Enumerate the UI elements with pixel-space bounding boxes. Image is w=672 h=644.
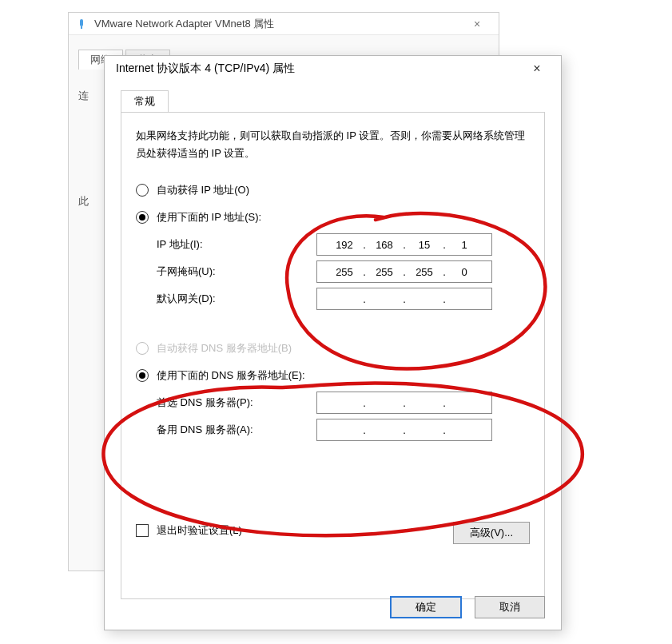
radio-use-dns-manual[interactable]: [136, 369, 149, 382]
front-close-button[interactable]: ×: [521, 62, 553, 76]
input-alternate-dns[interactable]: . . .: [316, 419, 492, 441]
front-titlebar: Internet 协议版本 4 (TCP/IPv4) 属性 ×: [105, 56, 561, 81]
mask-octet-4[interactable]: 0: [447, 266, 481, 278]
back-close-button[interactable]: ×: [462, 18, 492, 30]
label-preferred-dns: 首选 DNS 服务器(P):: [157, 396, 316, 410]
network-adapter-icon: [75, 18, 88, 30]
mask-octet-3[interactable]: 255: [408, 266, 441, 278]
ip-octet-4[interactable]: 1: [447, 239, 481, 251]
ip-octet-3[interactable]: 15: [408, 239, 441, 251]
label-obtain-dns-auto: 自动获得 DNS 服务器地址(B): [157, 341, 292, 356]
front-tabs: 常规: [121, 89, 545, 112]
ip-octet-2[interactable]: 168: [368, 239, 401, 251]
row-preferred-dns: 首选 DNS 服务器(P): . . .: [136, 389, 530, 416]
ip-octet-1[interactable]: 192: [328, 239, 361, 251]
input-subnet-mask[interactable]: 255. 255. 255. 0: [316, 260, 492, 283]
general-panel: 如果网络支持此功能，则可以获取自动指派的 IP 设置。否则，你需要从网络系统管理…: [121, 112, 545, 599]
front-window-title: Internet 协议版本 4 (TCP/IPv4) 属性: [116, 62, 521, 76]
mask-octet-1[interactable]: 255: [328, 266, 361, 278]
advanced-button[interactable]: 高级(V)...: [453, 522, 530, 544]
label-use-ip-manual: 使用下面的 IP 地址(S):: [157, 210, 261, 225]
label-ip-address: IP 地址(I):: [157, 237, 316, 252]
label-validate-on-exit: 退出时验证设置(L): [157, 523, 242, 538]
radio-obtain-ip-auto[interactable]: [136, 184, 149, 197]
radio-obtain-dns-auto: [136, 342, 149, 355]
svg-rect-0: [80, 19, 83, 26]
label-subnet-mask: 子网掩码(U):: [157, 264, 316, 279]
row-subnet-mask: 子网掩码(U): 255. 255. 255. 0: [136, 258, 530, 285]
tab-general[interactable]: 常规: [121, 90, 169, 113]
radio-use-ip-manual[interactable]: [136, 211, 149, 224]
radio-row-obtain-dns-auto: 自动获得 DNS 服务器地址(B): [136, 335, 530, 362]
svg-rect-1: [81, 26, 82, 29]
back-window-title: VMware Network Adapter VMnet8 属性: [94, 17, 462, 31]
cancel-button[interactable]: 取消: [475, 596, 545, 618]
ipv4-properties-dialog: Internet 协议版本 4 (TCP/IPv4) 属性 × 常规 如果网络支…: [104, 55, 562, 630]
back-titlebar: VMware Network Adapter VMnet8 属性 ×: [69, 13, 499, 35]
row-validate-on-exit[interactable]: 退出时验证设置(L): [136, 517, 242, 544]
ok-button[interactable]: 确定: [390, 596, 462, 618]
row-ip-address: IP 地址(I): 192. 168. 15. 1: [136, 231, 530, 258]
dialog-footer: 确定 取消: [390, 596, 545, 618]
input-preferred-dns[interactable]: . . .: [316, 392, 492, 414]
input-default-gateway[interactable]: . . .: [316, 288, 492, 310]
row-default-gateway: 默认网关(D): . . .: [136, 285, 530, 312]
radio-row-use-dns-manual[interactable]: 使用下面的 DNS 服务器地址(E):: [136, 362, 530, 389]
label-obtain-ip-auto: 自动获得 IP 地址(O): [157, 183, 249, 197]
mask-octet-2[interactable]: 255: [368, 266, 401, 278]
label-default-gateway: 默认网关(D):: [157, 292, 316, 306]
label-use-dns-manual: 使用下面的 DNS 服务器地址(E):: [157, 368, 305, 383]
row-alternate-dns: 备用 DNS 服务器(A): . . .: [136, 416, 530, 443]
radio-row-obtain-ip-auto[interactable]: 自动获得 IP 地址(O): [136, 177, 530, 204]
label-alternate-dns: 备用 DNS 服务器(A):: [157, 423, 316, 437]
checkbox-validate-on-exit[interactable]: [136, 524, 149, 537]
description-text: 如果网络支持此功能，则可以获取自动指派的 IP 设置。否则，你需要从网络系统管理…: [136, 127, 530, 162]
input-ip-address[interactable]: 192. 168. 15. 1: [316, 233, 492, 256]
radio-row-use-ip-manual[interactable]: 使用下面的 IP 地址(S):: [136, 204, 530, 231]
